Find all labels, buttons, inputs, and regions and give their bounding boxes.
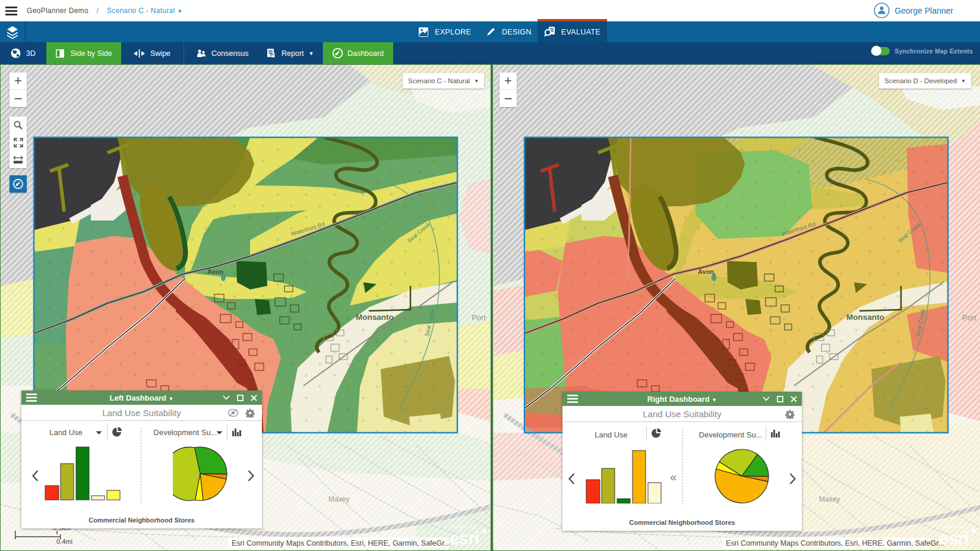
- svg-text:Avon: Avon: [698, 268, 714, 275]
- svg-text:Avon: Avon: [207, 268, 223, 275]
- svg-text:Maxey: Maxey: [819, 495, 840, 503]
- svg-text:Monsanto: Monsanto: [846, 313, 884, 322]
- svg-text:esri: esri: [450, 528, 479, 548]
- svg-text:Port: Port: [962, 313, 976, 322]
- svg-text:0.4mi: 0.4mi: [56, 538, 72, 545]
- svg-text:Esri Community Maps Contributo: Esri Community Maps Contributors, Esri, …: [232, 539, 450, 547]
- svg-text:Maxey: Maxey: [328, 495, 349, 503]
- svg-text:esri: esri: [939, 528, 968, 548]
- svg-text:Port: Port: [472, 313, 486, 322]
- svg-text:Esri Community Maps Contributo: Esri Community Maps Contributors, Esri, …: [726, 539, 944, 547]
- svg-text:Monsanto: Monsanto: [356, 313, 394, 322]
